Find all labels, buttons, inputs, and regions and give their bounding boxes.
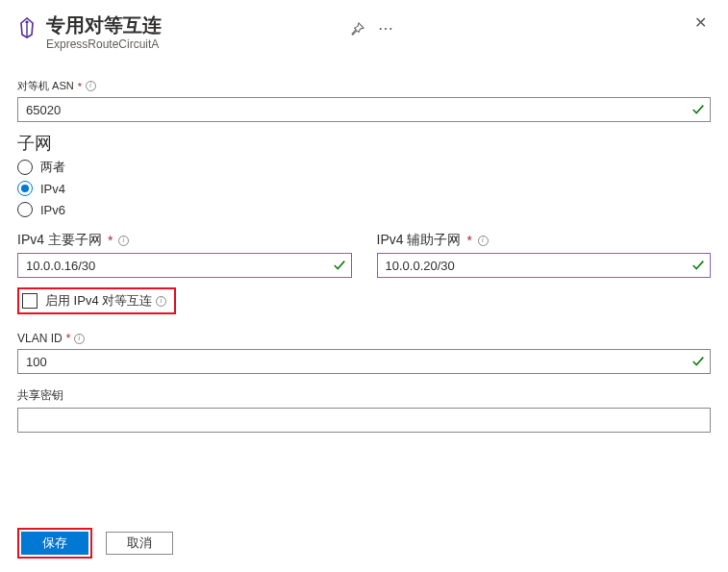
ipv4-primary-input[interactable] (17, 253, 352, 278)
ipv4-primary-field (17, 253, 352, 278)
info-icon[interactable] (156, 296, 166, 307)
cancel-button[interactable]: 取消 (106, 532, 173, 555)
subnets-section-title: 子网 (17, 132, 711, 155)
address-family-radio-group: 两者 IPv4 IPv6 (17, 157, 711, 220)
ipv4-secondary-label: IPv4 辅助子网* (377, 232, 712, 249)
ipv4-primary-label: IPv4 主要子网* (17, 232, 352, 249)
more-icon[interactable]: ⋯ (378, 19, 393, 37)
ipv4-secondary-field (377, 253, 712, 278)
ipv4-secondary-input[interactable] (377, 253, 712, 278)
info-icon[interactable] (478, 236, 489, 246)
shared-key-input[interactable] (17, 408, 711, 433)
peer-asn-input[interactable] (17, 97, 711, 122)
info-icon[interactable] (74, 334, 85, 344)
close-icon[interactable]: ✕ (690, 13, 711, 33)
pin-icon[interactable] (351, 22, 364, 36)
shared-key-field (17, 408, 711, 433)
radio-ipv4[interactable]: IPv4 (17, 178, 711, 199)
radio-ipv6[interactable]: IPv6 (17, 199, 711, 220)
enable-ipv4-peering-label: 启用 IPv4 对等互连 (45, 292, 152, 310)
radio-both[interactable]: 两者 (17, 157, 711, 178)
enable-ipv4-peering-checkbox[interactable]: 启用 IPv4 对等互连 (17, 287, 176, 314)
vlan-id-input[interactable] (17, 349, 711, 374)
vlan-id-label: VLAN ID* (17, 332, 711, 345)
peering-icon (17, 17, 37, 38)
svg-point-0 (25, 20, 28, 23)
vlan-id-field (17, 349, 711, 374)
page-title: 专用对等互连 (46, 13, 343, 37)
info-icon[interactable] (86, 81, 96, 91)
save-button-highlight: 保存 (17, 528, 92, 559)
peer-asn-label: 对等机 ASN* (17, 79, 711, 93)
page-subtitle: ExpressRouteCircuitA (46, 37, 343, 52)
checkbox-box (22, 293, 38, 309)
save-button[interactable]: 保存 (21, 532, 88, 555)
peer-asn-field (17, 97, 711, 122)
info-icon[interactable] (118, 236, 129, 246)
shared-key-label: 共享密钥 (17, 387, 711, 404)
